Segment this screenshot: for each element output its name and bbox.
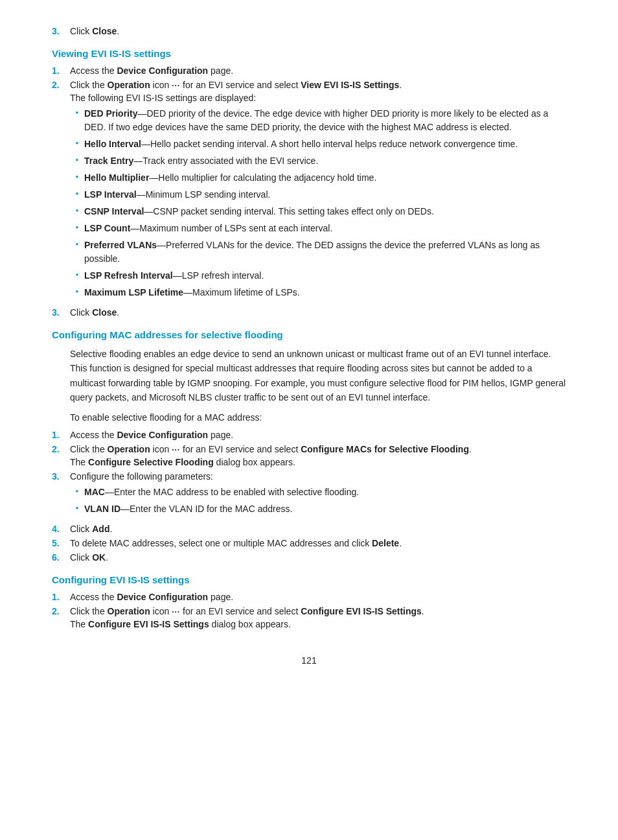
sub-intro: The following EVI IS-IS settings are dis… [70, 93, 566, 103]
lsp-count-text: LSP Count—Maximum number of LSPs sent at… [84, 222, 566, 235]
step-num-3: 3. [52, 307, 70, 318]
device-config-bold-mac: Device Configuration [117, 430, 208, 440]
mac-param-bullet-list: ● MAC—Enter the MAC address to be enable… [70, 485, 566, 516]
top-close-step: 3. Click Close. [52, 26, 566, 36]
bullet-hello-interval: ● Hello Interval—Hello packet sending in… [70, 137, 566, 151]
bullet-icon: ● [70, 174, 84, 180]
configuring-evi-heading: Configuring EVI IS-IS settings [52, 574, 566, 585]
mac-step-4: 4. Click Add. [52, 524, 566, 534]
step-1-content: Access the Device Configuration page. [70, 65, 566, 76]
mac-step-2: 2. Click the Operation icon ··· for an E… [52, 444, 566, 467]
operation-bold-evi: Operation [108, 606, 150, 616]
bullet-icon: ● [70, 224, 84, 230]
delete-bold: Delete [372, 538, 399, 548]
configuring-mac-heading: Configuring MAC addresses for selective … [52, 329, 566, 340]
view-evi-bold: View EVI IS-IS Settings [301, 80, 399, 90]
bullet-icon: ● [70, 191, 84, 196]
configure-macs-bold: Configure MACs for Selective Flooding [301, 444, 469, 454]
bullet-mac: ● MAC—Enter the MAC address to be enable… [70, 485, 566, 499]
bullet-vlan-id: ● VLAN ID—Enter the VLAN ID for the MAC … [70, 502, 566, 516]
ops-icon-mac: ··· [172, 445, 180, 454]
configure-selective-flooding-bold: Configure Selective Flooding [88, 457, 214, 467]
mac-step-6: 6. Click OK. [52, 552, 566, 563]
bullet-track-entry: ● Track Entry—Track entry associated wit… [70, 154, 566, 168]
operation-bold-mac: Operation [108, 444, 150, 454]
mac-step-num-5: 5. [52, 538, 70, 548]
configuring-mac-section: Configuring MAC addresses for selective … [52, 329, 566, 563]
evi-step-1: 1. Access the Device Configuration page. [52, 592, 566, 602]
mac-param-text: MAC—Enter the MAC address to be enabled … [84, 485, 566, 499]
add-bold: Add [92, 524, 109, 534]
preferred-vlans-text: Preferred VLANs—Preferred VLANs for the … [84, 239, 566, 266]
evi-steps-list: 1. Access the Device Configuration page.… [52, 592, 566, 629]
ops-icon: ··· [172, 81, 180, 90]
viewing-step-2: 2. Click the Operation icon ··· for an E… [52, 80, 566, 303]
configure-evi-dialog-bold: Configure EVI IS-IS Settings [88, 619, 209, 629]
mac-step-1: 1. Access the Device Configuration page. [52, 430, 566, 440]
bullet-hello-multiplier: ● Hello Multiplier—Hello multiplier for … [70, 171, 566, 185]
operation-bold: Operation [108, 80, 150, 90]
csnp-interval-text: CSNP Interval—CSNP packet sending interv… [84, 205, 566, 218]
bullet-preferred-vlans: ● Preferred VLANs—Preferred VLANs for th… [70, 239, 566, 266]
mac-step-num-6: 6. [52, 552, 70, 563]
bullet-icon: ● [70, 488, 84, 494]
device-config-bold: Device Configuration [117, 65, 208, 76]
bullet-icon: ● [70, 140, 84, 146]
mac-step-num-2: 2. [52, 444, 70, 467]
bullet-lsp-interval: ● LSP Interval—Minimum LSP sending inter… [70, 188, 566, 202]
mac-step-3-content: Configure the following parameters: ● MA… [70, 471, 566, 520]
bullet-ded-priority: ● DED Priority—DED priority of the devic… [70, 107, 566, 134]
bullet-icon: ● [70, 207, 84, 213]
ded-priority-text: DED Priority—DED priority of the device.… [84, 107, 566, 134]
mac-intro-para-1: Selective flooding enables an edge devic… [70, 347, 566, 405]
evi-step-1-content: Access the Device Configuration page. [70, 592, 566, 602]
viewing-step-1: 1. Access the Device Configuration page. [52, 65, 566, 76]
step-3-content: Click Close. [70, 307, 566, 318]
step-num-2: 2. [52, 80, 70, 303]
viewing-evi-section: Viewing EVI IS-IS settings 1. Access the… [52, 48, 566, 318]
bullet-icon: ● [70, 241, 84, 247]
mac-step-5-content: To delete MAC addresses, select one or m… [70, 538, 566, 548]
evi-step-2: 2. Click the Operation icon ··· for an E… [52, 606, 566, 629]
bullet-lsp-count: ● LSP Count—Maximum number of LSPs sent … [70, 222, 566, 235]
page-number: 121 [301, 655, 316, 666]
viewing-evi-heading: Viewing EVI IS-IS settings [52, 48, 566, 59]
bullet-icon: ● [70, 288, 84, 294]
step-num-1: 1. [52, 65, 70, 76]
configuring-evi-section: Configuring EVI IS-IS settings 1. Access… [52, 574, 566, 629]
evi-step-num-1: 1. [52, 592, 70, 602]
bullet-max-lsp-lifetime: ● Maximum LSP Lifetime—Maximum lifetime … [70, 286, 566, 299]
viewing-step-3: 3. Click Close. [52, 307, 566, 318]
mac-step-3: 3. Configure the following parameters: ●… [52, 471, 566, 520]
evi-sub-intro: The Configure EVI IS-IS Settings dialog … [70, 619, 566, 629]
step-2-content: Click the Operation icon ··· for an EVI … [70, 80, 566, 303]
mac-step-1-content: Access the Device Configuration page. [70, 430, 566, 440]
mac-step-4-content: Click Add. [70, 524, 566, 534]
bullet-icon: ● [70, 272, 84, 277]
step-text: Click Close. [70, 26, 566, 36]
track-entry-text: Track Entry—Track entry associated with … [84, 154, 566, 168]
mac-intro-block: Selective flooding enables an edge devic… [70, 347, 566, 425]
mac-step-5: 5. To delete MAC addresses, select one o… [52, 538, 566, 548]
mac-step-num-1: 1. [52, 430, 70, 440]
close-bold: Close [92, 26, 117, 36]
bullet-icon: ● [70, 505, 84, 511]
vlan-id-text: VLAN ID—Enter the VLAN ID for the MAC ad… [84, 502, 566, 516]
ok-bold: OK [92, 552, 106, 563]
viewing-evi-steps: 1. Access the Device Configuration page.… [52, 65, 566, 318]
lsp-refresh-text: LSP Refresh Interval—LSP refresh interva… [84, 269, 566, 283]
configure-evi-bold: Configure EVI IS-IS Settings [301, 606, 422, 616]
evi-step-num-2: 2. [52, 606, 70, 629]
mac-step-2-content: Click the Operation icon ··· for an EVI … [70, 444, 566, 467]
hello-interval-text: Hello Interval—Hello packet sending inte… [84, 137, 566, 151]
bullet-lsp-refresh: ● LSP Refresh Interval—LSP refresh inter… [70, 269, 566, 283]
page-footer: 121 [52, 655, 566, 666]
evi-step-2-content: Click the Operation icon ··· for an EVI … [70, 606, 566, 629]
step-number: 3. [52, 26, 70, 36]
ops-icon-evi: ··· [172, 607, 180, 616]
bullet-icon: ● [70, 110, 84, 115]
max-lsp-lifetime-text: Maximum LSP Lifetime—Maximum lifetime of… [84, 286, 566, 299]
mac-intro-para-2: To enable selective flooding for a MAC a… [70, 410, 566, 425]
close-bold-2: Close [92, 307, 117, 318]
hello-multiplier-text: Hello Multiplier—Hello multiplier for ca… [84, 171, 566, 185]
